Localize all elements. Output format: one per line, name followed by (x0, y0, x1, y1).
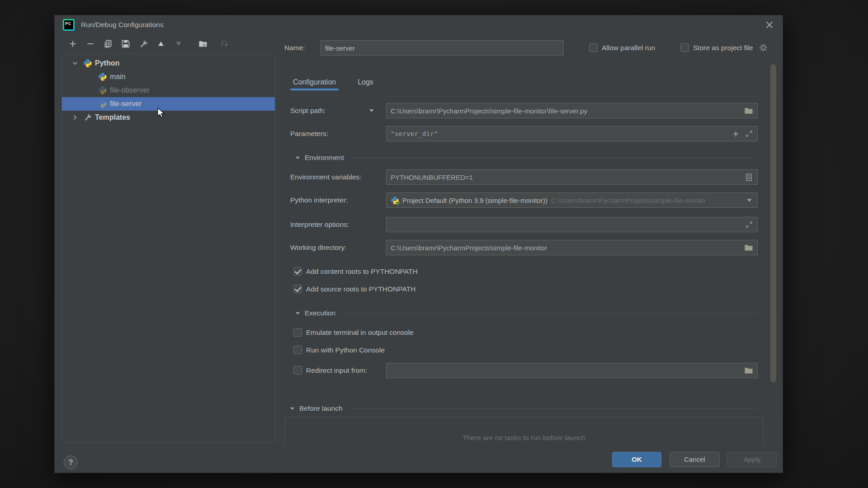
script-path-field[interactable]: C:\Users\bramr\PycharmProjects\simple-fi… (386, 103, 758, 118)
allow-parallel-run-checkbox[interactable] (589, 43, 598, 52)
tab-divider (283, 96, 760, 96)
chevron-down-icon[interactable] (745, 197, 753, 204)
environment-section-label: Environment (305, 154, 344, 162)
tree-item-label: main (110, 73, 126, 81)
sort-configurations-icon (219, 39, 228, 48)
add-content-roots-label: Add content roots to PYTHONPATH (306, 267, 418, 276)
section-divider (342, 313, 757, 314)
emulate-terminal-option[interactable]: Emulate terminal in output console (293, 328, 414, 337)
collapse-triangle-icon (294, 155, 301, 161)
before-launch-section-header[interactable]: Before launch (289, 404, 757, 413)
tree-item-main[interactable]: main (62, 70, 275, 84)
environment-variables-value: PYTHONUNBUFFERED=1 (391, 174, 473, 181)
chevron-down-icon[interactable] (71, 59, 80, 68)
parameters-field[interactable]: "server_dir" (386, 126, 758, 141)
move-up-icon[interactable] (156, 39, 165, 48)
working-directory-label: Working directory: (290, 240, 347, 255)
before-launch-section-label: Before launch (299, 404, 343, 413)
expand-field-icon[interactable] (745, 130, 753, 138)
execution-section-header[interactable]: Execution (294, 309, 757, 317)
add-source-roots-option[interactable]: Add source roots to PYTHONPATH (293, 285, 415, 293)
add-content-roots-option[interactable]: Add content roots to PYTHONPATH (293, 267, 418, 276)
script-path-dropdown-icon[interactable] (368, 107, 375, 114)
ok-button[interactable]: OK (612, 452, 661, 467)
environment-variables-field[interactable]: PYTHONUNBUFFERED=1 (386, 169, 758, 185)
execution-section-label: Execution (305, 309, 335, 317)
run-with-python-console-label: Run with Python Console (306, 346, 385, 354)
pycharm-logo-text: PC (64, 20, 73, 29)
tab-label: Configuration (293, 78, 336, 86)
cancel-button[interactable]: Cancel (670, 452, 720, 467)
redirect-input-field[interactable] (386, 363, 758, 378)
python-icon (98, 86, 107, 95)
python-icon (98, 99, 107, 108)
before-launch-empty-text: There are no tasks to run before launch (284, 434, 764, 442)
add-content-roots-checkbox[interactable] (293, 267, 302, 276)
allow-parallel-run-label: Allow parallel run (602, 44, 655, 52)
tree-item-templates[interactable]: Templates (62, 111, 275, 124)
tree-item-file-observer[interactable]: file-observer (62, 84, 275, 97)
run-with-python-console-checkbox[interactable] (293, 346, 302, 354)
copy-configuration-icon[interactable] (104, 39, 113, 48)
allow-parallel-run-option[interactable]: Allow parallel run (589, 43, 655, 52)
run-with-python-console-option[interactable]: Run with Python Console (293, 346, 385, 354)
redirect-input-checkbox[interactable] (293, 366, 302, 375)
interpreter-options-label: Interpreter options: (290, 217, 349, 232)
expand-field-icon[interactable] (745, 221, 753, 229)
edit-templates-icon[interactable] (139, 39, 148, 48)
move-down-icon (174, 39, 183, 48)
store-as-project-file-label: Store as project file (693, 44, 753, 52)
tree-item-file-server[interactable]: file-server (62, 97, 275, 111)
add-source-roots-checkbox[interactable] (293, 285, 302, 293)
name-label: Name: (284, 40, 305, 56)
folder-icon[interactable] (744, 366, 753, 375)
name-input[interactable] (321, 40, 564, 56)
python-interpreter-label: Python interpreter: (290, 192, 348, 208)
tree-item-label: file-server (110, 100, 142, 108)
collapse-triangle-icon (289, 405, 296, 412)
chevron-right-icon[interactable] (71, 113, 80, 122)
working-directory-field[interactable]: C:\Users\bramr\PycharmProjects\simple-fi… (386, 240, 758, 255)
tree-item-python[interactable]: Python (62, 56, 275, 70)
working-directory-value: C:\Users\bramr\PycharmProjects\simple-fi… (391, 244, 547, 252)
dialog-titlebar: PC Run/Debug Configurations (55, 15, 783, 34)
add-icon[interactable] (68, 39, 77, 48)
tree-item-label: Templates (95, 113, 130, 122)
emulate-terminal-label: Emulate terminal in output console (306, 328, 414, 337)
create-new-folder-icon[interactable] (198, 39, 208, 48)
gear-icon[interactable] (759, 43, 768, 52)
wrench-icon (83, 113, 92, 122)
emulate-terminal-checkbox[interactable] (293, 328, 302, 337)
save-configuration-icon[interactable] (121, 39, 130, 48)
tab-label: Logs (358, 78, 373, 86)
environment-section-header[interactable]: Environment (294, 154, 757, 162)
add-macro-icon[interactable] (732, 130, 740, 138)
remove-icon[interactable] (86, 39, 95, 48)
add-source-roots-label: Add source roots to PYTHONPATH (306, 285, 415, 293)
vertical-scrollbar[interactable] (770, 64, 776, 382)
pycharm-logo-icon: PC (63, 19, 75, 31)
redirect-input-label: Redirect input from: (306, 366, 367, 375)
interpreter-options-field[interactable] (386, 217, 758, 232)
before-launch-task-list (284, 417, 764, 446)
folder-icon[interactable] (744, 106, 753, 115)
section-divider (350, 158, 757, 158)
store-as-project-file-checkbox[interactable] (680, 43, 689, 52)
python-interpreter-combobox[interactable]: Project Default (Python 3.9 (simple-file… (386, 192, 758, 208)
mouse-cursor (157, 108, 167, 119)
folder-icon[interactable] (744, 243, 753, 252)
section-divider (349, 408, 757, 409)
browse-variables-icon[interactable] (745, 173, 753, 182)
configurations-tree: Python main file-observer file-server Te… (61, 54, 275, 443)
python-icon (98, 72, 107, 81)
redirect-input-option[interactable]: Redirect input from: (293, 366, 367, 375)
store-as-project-file-option[interactable]: Store as project file (680, 43, 768, 52)
tab-configuration[interactable]: Configuration (293, 78, 336, 90)
tab-logs[interactable]: Logs (358, 78, 373, 90)
python-interpreter-icon (391, 196, 399, 205)
run-debug-configurations-dialog: PC Run/Debug Configurations Python main (54, 15, 783, 473)
parameters-value: "server_dir" (391, 130, 438, 137)
close-icon[interactable] (765, 21, 774, 29)
help-button[interactable]: ? (64, 455, 78, 469)
tree-item-label: file-observer (110, 86, 150, 94)
